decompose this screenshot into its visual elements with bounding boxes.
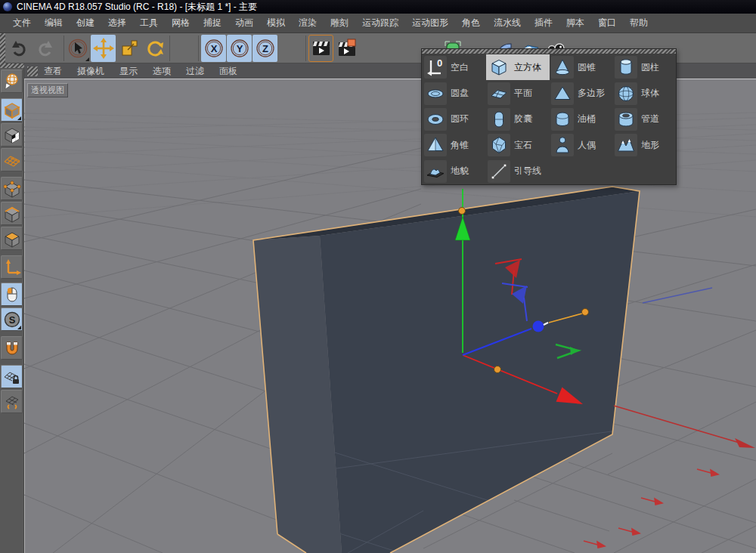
move-tool-button[interactable] <box>91 35 116 62</box>
viewport-menu-panel[interactable]: 面板 <box>219 65 237 78</box>
null-axis-icon: 0 <box>424 56 447 79</box>
primitives-popup-panel: 0 空白 立方体 圆锥 圆柱 圆盘 平面 <box>421 48 677 185</box>
menu-plugins[interactable]: 插件 <box>528 14 559 32</box>
primitive-item-guide[interactable]: 引导线 <box>486 159 550 184</box>
axis-y-handle-dot[interactable] <box>459 208 466 215</box>
viewport-menu-options[interactable]: 选项 <box>153 65 171 78</box>
guide-icon <box>488 160 510 183</box>
primitive-item-sphere[interactable]: 球体 <box>613 80 677 106</box>
menu-edit[interactable]: 编辑 <box>38 14 70 32</box>
primitive-item-oil-tank[interactable]: 油桶 <box>550 107 613 132</box>
landscape-icon <box>615 134 637 156</box>
make-editable-button[interactable] <box>1 70 23 93</box>
x-axis-icon: X <box>203 38 225 59</box>
viewport-menu-filter[interactable]: 过滤 <box>186 65 204 78</box>
magnet-icon <box>3 339 21 357</box>
points-mode-button[interactable] <box>1 177 23 200</box>
menu-select[interactable]: 选择 <box>101 14 133 32</box>
cube-front-face[interactable] <box>320 191 640 553</box>
workplane-brackets-icon <box>3 393 21 411</box>
viewport-solo-button[interactable] <box>1 283 23 306</box>
figure-icon <box>551 134 574 156</box>
title-bar[interactable]: CINEMA 4D R18.057 Studio (RC - R18) - [未… <box>0 0 756 14</box>
undo-icon <box>10 39 29 58</box>
menu-sculpt[interactable]: 雕刻 <box>324 14 355 32</box>
primitive-item-capsule[interactable]: 胶囊 <box>486 107 550 132</box>
menu-script[interactable]: 脚本 <box>559 14 591 32</box>
cube-object[interactable] <box>253 187 640 553</box>
edges-mode-icon <box>3 205 21 223</box>
primitive-item-platonic[interactable]: 宝石 <box>486 132 550 158</box>
lock-y-axis-button[interactable]: Y <box>227 35 252 62</box>
capsule-icon <box>488 108 510 131</box>
panel-drag-handle[interactable] <box>422 49 676 54</box>
axis-mode-icon <box>3 258 21 276</box>
menu-animate[interactable]: 动画 <box>228 14 260 32</box>
menu-mograph[interactable]: 运动图形 <box>405 14 455 32</box>
lock-workplane-button[interactable] <box>1 365 23 388</box>
menu-window[interactable]: 窗口 <box>591 14 623 32</box>
primitive-item-figure[interactable]: 人偶 <box>550 132 613 158</box>
workplane-mode-button[interactable] <box>1 148 23 171</box>
menu-simulate[interactable]: 模拟 <box>260 14 292 32</box>
scale-tool-button[interactable] <box>116 35 141 62</box>
live-selection-button[interactable] <box>65 35 90 62</box>
edges-mode-button[interactable] <box>1 202 23 225</box>
undo-button[interactable] <box>7 35 32 62</box>
axis-z-arrow[interactable] <box>533 321 544 332</box>
model-mode-button[interactable] <box>1 98 23 122</box>
primitive-item-cube[interactable]: 立方体 <box>486 54 550 80</box>
workplane-options-button[interactable] <box>1 390 23 413</box>
primitive-item-relief[interactable]: 地貌 <box>423 159 486 184</box>
snap-settings-button[interactable]: S <box>1 307 23 331</box>
lock-x-axis-button[interactable]: X <box>201 35 226 62</box>
menu-motion-tracker[interactable]: 运动跟踪 <box>355 14 405 32</box>
menu-render[interactable]: 渲染 <box>292 14 324 32</box>
primitive-item-cone[interactable]: 圆锥 <box>550 54 613 80</box>
menu-snap[interactable]: 捕捉 <box>197 14 228 32</box>
sidebar-drag-handle[interactable] <box>0 63 24 68</box>
menu-mesh[interactable]: 网格 <box>165 14 197 32</box>
move-icon <box>93 38 114 59</box>
axis-mode-button[interactable] <box>1 255 23 279</box>
snap-s-icon: S <box>3 310 21 329</box>
menu-create[interactable]: 创建 <box>70 14 101 32</box>
polygons-mode-icon <box>3 230 21 248</box>
platonic-icon <box>488 134 510 156</box>
viewport-menu-display[interactable]: 显示 <box>119 65 138 78</box>
primitive-item-disc[interactable]: 圆盘 <box>423 80 486 106</box>
render-picture-viewer-icon <box>337 39 357 58</box>
menu-character[interactable]: 角色 <box>455 14 487 32</box>
scale-handle-dot[interactable] <box>582 309 589 316</box>
menu-tools[interactable]: 工具 <box>133 14 165 32</box>
lock-z-axis-button[interactable]: Z <box>253 35 277 62</box>
toolbar-drag-handle[interactable] <box>0 33 5 63</box>
texture-mode-button[interactable] <box>1 123 23 147</box>
rotate-tool-button[interactable] <box>142 35 167 62</box>
primitive-item-landscape[interactable]: 地形 <box>613 132 677 158</box>
render-view-button[interactable] <box>308 35 333 62</box>
primitive-item-pyramid[interactable]: 角锥 <box>423 132 486 158</box>
primitive-item-cylinder[interactable]: 圆柱 <box>613 54 677 80</box>
menu-pipeline[interactable]: 流水线 <box>487 14 528 32</box>
primitive-item-plane[interactable]: 平面 <box>486 80 550 106</box>
viewport-menu-view[interactable]: 查看 <box>44 65 62 78</box>
menu-help[interactable]: 帮助 <box>623 14 655 32</box>
redo-button[interactable] <box>32 35 57 62</box>
primitive-item-torus[interactable]: 圆环 <box>423 107 486 132</box>
axis-x-handle-dot[interactable] <box>494 366 501 373</box>
primitive-item-null[interactable]: 0 空白 <box>423 54 486 80</box>
toolbar-separator <box>198 36 199 61</box>
enable-snap-button[interactable] <box>1 336 23 360</box>
viewport-drag-handle[interactable] <box>27 66 38 76</box>
primitive-item-tube[interactable]: 管道 <box>613 107 677 132</box>
primitive-item-polygon[interactable]: 多边形 <box>550 80 613 106</box>
svg-text:Z: Z <box>262 43 268 54</box>
mode-sidebar: S <box>0 63 24 553</box>
polygons-mode-button[interactable] <box>1 227 23 250</box>
viewport-menu-cameras[interactable]: 摄像机 <box>77 65 104 78</box>
render-to-picture-viewer-button[interactable] <box>334 35 359 62</box>
lock-grid-icon <box>3 368 21 386</box>
view-label[interactable]: 透视视图 <box>27 83 68 97</box>
menu-file[interactable]: 文件 <box>6 14 38 32</box>
